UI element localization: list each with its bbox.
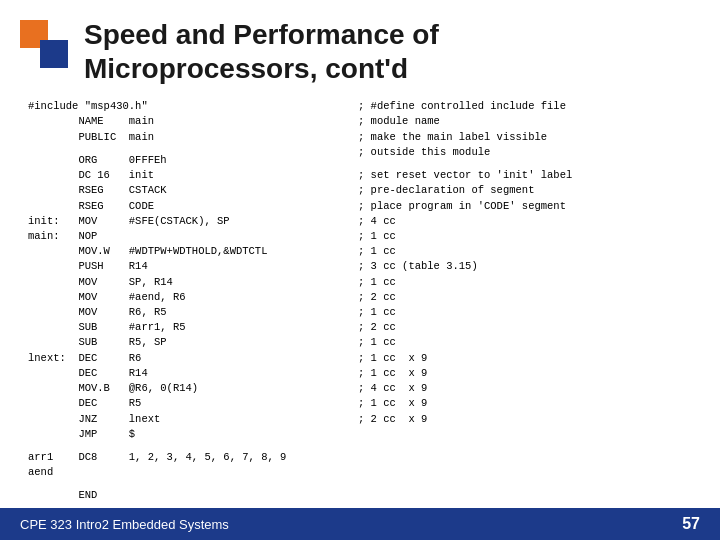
footer-course: CPE 323 Intro2 Embedded Systems (20, 517, 229, 532)
code-line: DC 16 init (28, 168, 338, 183)
logo-blue (40, 40, 68, 68)
comment-line: ; 1 cc (358, 244, 692, 259)
comment-line: ; make the main label vissible (358, 130, 692, 145)
code-line: DEC R14 (28, 366, 338, 381)
comment-line: ; 1 cc x 9 (358, 396, 692, 411)
page-title: Speed and Performance of Microprocessors… (84, 18, 439, 85)
code-line: arr1 DC8 1, 2, 3, 4, 5, 6, 7, 8, 9 (28, 450, 338, 465)
code-line: MOV SP, R14 (28, 275, 338, 290)
code-line: #include "msp430.h" (28, 99, 338, 114)
code-line: DEC R5 (28, 396, 338, 411)
comment-line: ; 1 cc (358, 229, 692, 244)
code-line: MOV R6, R5 (28, 305, 338, 320)
code-line: main: NOP (28, 229, 338, 244)
comment-line: ; 3 cc (table 3.15) (358, 259, 692, 274)
comment-line: ; 2 cc x 9 (358, 412, 692, 427)
code-blank (28, 442, 338, 450)
code-line: PUBLIC main (28, 130, 338, 145)
code-line: JMP $ (28, 427, 338, 442)
logo (20, 20, 68, 68)
code-comments: ; #define controlled include file ; modu… (338, 99, 692, 503)
comment-line: ; 4 cc (358, 214, 692, 229)
comment-line: ; pre-declaration of segment (358, 183, 692, 198)
comment-line: ; module name (358, 114, 692, 129)
code-blank (28, 480, 338, 488)
code-line: PUSH R14 (28, 259, 338, 274)
comment-line: ; 1 cc x 9 (358, 351, 692, 366)
code-line: JNZ lnext (28, 412, 338, 427)
code-line: ORG 0FFFEh (28, 153, 338, 168)
comment-line: ; 2 cc (358, 290, 692, 305)
code-section: #include "msp430.h" NAME main PUBLIC mai… (28, 99, 692, 503)
header: Speed and Performance of Microprocessors… (0, 0, 720, 95)
comment-line: ; set reset vector to 'init' label (358, 168, 692, 183)
code-line: MOV.B @R6, 0(R14) (28, 381, 338, 396)
code-line: MOV.W #WDTPW+WDTHOLD,&WDTCTL (28, 244, 338, 259)
code-left: #include "msp430.h" NAME main PUBLIC mai… (28, 99, 338, 503)
code-line: lnext: DEC R6 (28, 351, 338, 366)
comment-line: ; #define controlled include file (358, 99, 692, 114)
comment-line: ; 2 cc (358, 320, 692, 335)
code-line: init: MOV #SFE(CSTACK), SP (28, 214, 338, 229)
code-line: RSEG CSTACK (28, 183, 338, 198)
footer-bar: CPE 323 Intro2 Embedded Systems 57 (0, 508, 720, 540)
comment-line: ; 1 cc (358, 275, 692, 290)
comment-blank (358, 160, 692, 168)
comment-line: ; place program in 'CODE' segment (358, 199, 692, 214)
code-line: RSEG CODE (28, 199, 338, 214)
comment-line: ; 4 cc x 9 (358, 381, 692, 396)
code-blank (28, 145, 338, 153)
code-line: NAME main (28, 114, 338, 129)
footer-page: 57 (682, 515, 700, 533)
comment-line: ; 1 cc (358, 335, 692, 350)
code-line: END (28, 488, 338, 503)
main-content: #include "msp430.h" NAME main PUBLIC mai… (0, 95, 720, 540)
comment-line: ; outside this module (358, 145, 692, 160)
comment-line: ; 1 cc (358, 305, 692, 320)
code-line: aend (28, 465, 338, 480)
code-line: SUB #arr1, R5 (28, 320, 338, 335)
code-line: MOV #aend, R6 (28, 290, 338, 305)
comment-line: ; 1 cc x 9 (358, 366, 692, 381)
code-line: SUB R5, SP (28, 335, 338, 350)
